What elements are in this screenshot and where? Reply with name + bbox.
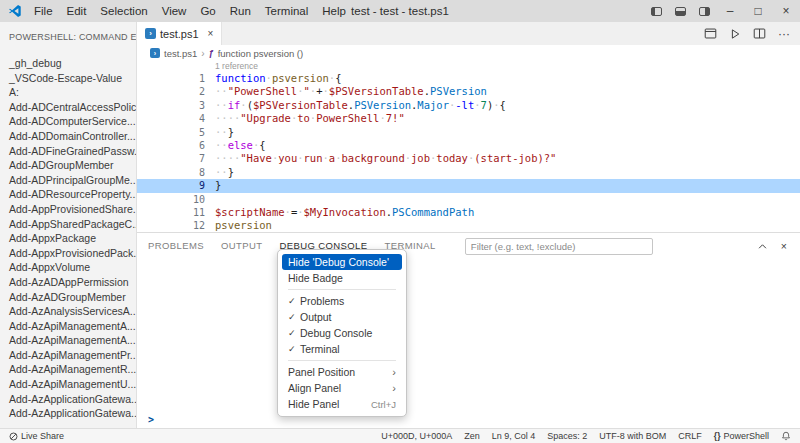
line-number[interactable]: 9 — [137, 179, 205, 192]
menu-edit[interactable]: Edit — [60, 0, 94, 22]
toggle-sidebar-icon[interactable] — [644, 0, 668, 22]
menu-item-debug-console[interactable]: ✓Debug Console — [282, 325, 402, 341]
minimize-window-icon[interactable]: – — [716, 0, 744, 22]
menu-item-panel-position[interactable]: Panel Position› — [282, 364, 402, 380]
menu-item-terminal[interactable]: ✓Terminal — [282, 341, 402, 357]
menu-go[interactable]: Go — [193, 0, 222, 22]
line-number[interactable]: 1 — [137, 72, 205, 85]
line-number[interactable]: 10 — [137, 193, 205, 206]
code-line-3[interactable]: 3··if·($PSVersionTable.PSVersion.Major·-… — [137, 99, 800, 112]
menu-help[interactable]: Help — [315, 0, 353, 22]
status-utf-8-with-bom[interactable]: UTF-8 with BOM — [599, 431, 666, 441]
command-item-add-azadgroupmember[interactable]: Add-AzADGroupMember — [0, 290, 136, 305]
code-line-4[interactable]: 4····"Upgrade·to·PowerShell·7!" — [137, 112, 800, 125]
line-number[interactable]: 4 — [137, 112, 205, 125]
maximize-window-icon[interactable]: □ — [744, 0, 772, 22]
menu-selection[interactable]: Selection — [93, 0, 154, 22]
code-token: job — [411, 152, 430, 164]
command-item-add-adcentralaccesspolic[interactable]: Add-ADCentralAccessPolic... — [0, 100, 136, 115]
code-line-11[interactable]: 11$scriptName·=·$MyInvocation.PSCommandP… — [137, 206, 800, 219]
menu-run[interactable]: Run — [223, 0, 258, 22]
command-item-add-appprovisionedshare[interactable]: Add-AppProvisionedShare... — [0, 202, 136, 217]
menu-item-hide-panel[interactable]: Hide PanelCtrl+J — [282, 396, 402, 412]
command-item-add-appxpackage[interactable]: Add-AppxPackage — [0, 231, 136, 246]
tab-test-ps1[interactable]: test.ps1 × — [137, 22, 222, 45]
line-number[interactable]: 2 — [137, 85, 205, 98]
status-live-share[interactable]: Live Share — [9, 431, 64, 441]
codelens-references[interactable]: 1 reference — [137, 61, 800, 72]
code-line-6[interactable]: 6··else·{ — [137, 139, 800, 152]
status-powershell[interactable]: {}PowerShell — [714, 431, 769, 441]
close-window-icon[interactable]: × — [772, 0, 800, 22]
command-item-add-azapplicationgatewa[interactable]: Add-AzApplicationGatewa... — [0, 406, 136, 421]
toggle-secondary-sidebar-icon[interactable] — [692, 0, 716, 22]
breadcrumb-file[interactable]: test.ps1 — [164, 48, 197, 59]
line-number[interactable]: 8 — [137, 166, 205, 179]
command-item-add-azapimanagementpr[interactable]: Add-AzApiManagementPr... — [0, 348, 136, 363]
tab-close-icon[interactable]: × — [208, 28, 214, 39]
open-preview-icon[interactable] — [704, 27, 717, 40]
menu-item-output[interactable]: ✓Output — [282, 309, 402, 325]
command-item-gh-debug[interactable]: _gh_debug — [0, 56, 136, 71]
command-item-add-appsharedpackagec[interactable]: Add-AppSharedPackageC... — [0, 217, 136, 232]
breadcrumb-symbol[interactable]: function psversion () — [218, 48, 304, 59]
status-spaces-2[interactable]: Spaces: 2 — [547, 431, 587, 441]
more-actions-icon[interactable]: ··· — [778, 28, 790, 40]
debug-console-input[interactable]: > — [137, 412, 800, 426]
command-item-vscode-escape-value[interactable]: _VSCode-Escape-Value — [0, 71, 136, 86]
code-editor[interactable]: 1 reference 1function·psversion·{2··"Pow… — [137, 61, 800, 232]
line-number[interactable]: 6 — [137, 139, 205, 152]
command-item-add-appxprovisionedpack[interactable]: Add-AppxProvisionedPack... — [0, 246, 136, 261]
panel-tab-problems[interactable]: PROBLEMS — [147, 233, 205, 259]
status-ln-9-col-4[interactable]: Ln 9, Col 4 — [492, 431, 536, 441]
command-item-add-azapimanagementa[interactable]: Add-AzApiManagementA... — [0, 333, 136, 348]
code-line-12[interactable]: 12psversion — [137, 219, 800, 232]
maximize-panel-icon[interactable] — [757, 241, 768, 252]
menu-item-hide-debug-console[interactable]: Hide 'Debug Console' — [282, 254, 402, 270]
run-icon[interactable] — [729, 28, 741, 40]
status-bell[interactable] — [781, 431, 791, 441]
command-item-add-azapimanagementr[interactable]: Add-AzApiManagementR... — [0, 362, 136, 377]
command-item-add-adgroupmember[interactable]: Add-ADGroupMember — [0, 158, 136, 173]
code-line-7[interactable]: 7····"Have·you·run·a·background·job·toda… — [137, 152, 800, 165]
panel-tab-output[interactable]: OUTPUT — [220, 233, 263, 259]
status-crlf[interactable]: CRLF — [678, 431, 702, 441]
line-number[interactable]: 7 — [137, 152, 205, 165]
command-item-add-adfinegrainedpassw[interactable]: Add-ADFineGrainedPassw... — [0, 144, 136, 159]
code-line-8[interactable]: 8··} — [137, 166, 800, 179]
status-u-000d-u-000a[interactable]: U+000D, U+000A — [381, 431, 452, 441]
code-line-5[interactable]: 5··} — [137, 126, 800, 139]
menu-item-align-panel[interactable]: Align Panel› — [282, 380, 402, 396]
menu-item-problems[interactable]: ✓Problems — [282, 293, 402, 309]
menu-item-label: Problems — [300, 295, 344, 307]
menu-file[interactable]: File — [27, 0, 60, 22]
command-item-add-addomaincontroller[interactable]: Add-ADDomainController... — [0, 129, 136, 144]
debug-console-view[interactable]: > — [137, 259, 800, 428]
code-line-2[interactable]: 2··"PowerShell·"·+·$PSVersionTable.PSVer… — [137, 85, 800, 98]
command-item-add-adresourceproperty[interactable]: Add-ADResourceProperty... — [0, 187, 136, 202]
command-item-add-adcomputerservice[interactable]: Add-ADComputerService... — [0, 114, 136, 129]
line-number[interactable]: 12 — [137, 219, 205, 232]
line-number[interactable]: 5 — [137, 126, 205, 139]
command-item-add-azanalysisservicesa[interactable]: Add-AzAnalysisServicesA... — [0, 304, 136, 319]
command-item-add-azapimanagementu[interactable]: Add-AzApiManagementU... — [0, 377, 136, 392]
split-editor-icon[interactable] — [753, 27, 766, 40]
code-line-9[interactable]: 9} — [137, 179, 800, 192]
command-item-add-azadapppermission[interactable]: Add-AzADAppPermission — [0, 275, 136, 290]
code-line-10[interactable]: 10 — [137, 193, 800, 206]
menu-view[interactable]: View — [155, 0, 194, 22]
command-item-add-azapplicationgatewa[interactable]: Add-AzApplicationGatewa... — [0, 392, 136, 407]
menu-item-hide-badge[interactable]: Hide Badge — [282, 270, 402, 286]
close-panel-icon[interactable]: × — [781, 240, 787, 252]
line-number[interactable]: 3 — [137, 99, 205, 112]
panel-filter-input[interactable] — [465, 238, 653, 255]
command-item-add-azapimanagementa[interactable]: Add-AzApiManagementA... — [0, 319, 136, 334]
command-item-a[interactable]: A: — [0, 85, 136, 100]
command-item-add-appxvolume[interactable]: Add-AppxVolume — [0, 260, 136, 275]
command-item-add-adprincipalgroupme[interactable]: Add-ADPrincipalGroupMe... — [0, 173, 136, 188]
line-number[interactable]: 11 — [137, 206, 205, 219]
toggle-panel-icon[interactable] — [668, 0, 692, 22]
menu-terminal[interactable]: Terminal — [258, 0, 315, 22]
status-zen[interactable]: Zen — [464, 431, 480, 441]
code-line-1[interactable]: 1function·psversion·{ — [137, 72, 800, 85]
